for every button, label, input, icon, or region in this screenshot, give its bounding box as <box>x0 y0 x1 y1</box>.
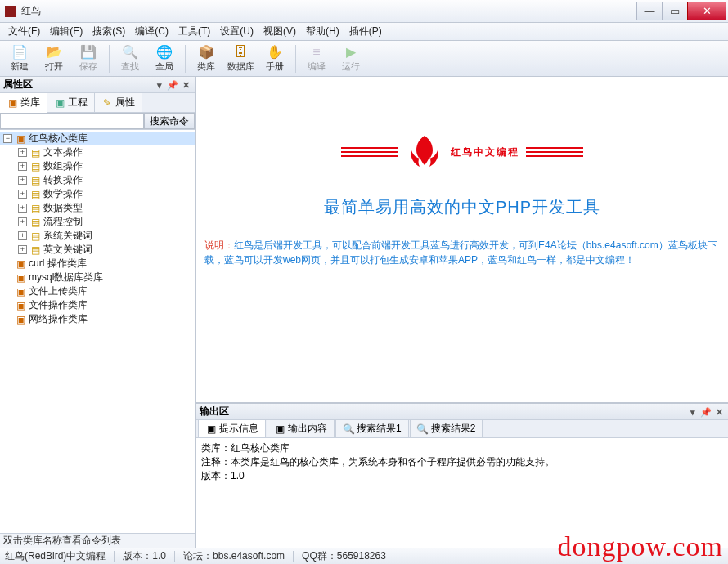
tree-child[interactable]: +▤数组操作 <box>0 159 195 173</box>
tree-sibling[interactable]: ▣文件操作类库 <box>0 298 195 312</box>
expand-icon[interactable]: + <box>18 245 27 254</box>
tree-child[interactable]: +▤数学操作 <box>0 187 195 201</box>
mag-icon: 🔍 <box>343 423 354 435</box>
menu-help[interactable]: 帮助(H) <box>301 23 344 40</box>
db-icon: 🗄 <box>233 45 248 60</box>
menu-tools[interactable]: 工具(T) <box>173 23 215 40</box>
window-titlebar: 红鸟 — ▭ ✕ <box>0 0 728 23</box>
item-icon: ▤ <box>29 189 41 200</box>
output-body[interactable]: 类库：红鸟核心类库 注释：本类库是红鸟的核心类库，为系统本身和各个子程序提供必需… <box>196 438 728 548</box>
search-command-button[interactable]: 搜索命令 <box>144 113 195 129</box>
tree-child[interactable]: +▤英文关键词 <box>0 243 195 257</box>
hero-subtitle: 最简单易用高效的中文PHP开发工具 <box>201 196 723 218</box>
global-search-button[interactable]: 🌐全局 <box>148 43 181 75</box>
maximize-button[interactable]: ▭ <box>662 2 688 20</box>
menu-view[interactable]: 视图(V) <box>258 23 301 40</box>
expand-icon[interactable]: + <box>18 148 27 157</box>
expand-icon[interactable]: + <box>18 190 27 199</box>
panel-pin-icon[interactable]: 📌 <box>700 406 712 418</box>
open-icon: 📂 <box>47 45 61 60</box>
toolbar-separator <box>109 45 110 73</box>
item-icon: ▤ <box>29 147 41 159</box>
save-icon: 💾 <box>81 45 96 60</box>
menu-bar: 文件(F) 编辑(E) 搜索(S) 编译(C) 工具(T) 设置(U) 视图(V… <box>0 23 728 41</box>
menu-search[interactable]: 搜索(S) <box>88 23 130 40</box>
expand-icon[interactable]: + <box>18 176 27 185</box>
lib-item-icon: ▣ <box>15 314 26 325</box>
folder-icon: ▣ <box>15 133 26 145</box>
status-qq: QQ群：565918263 <box>302 549 386 563</box>
compile-button: ≡编译 <box>300 43 333 75</box>
tab-hint[interactable]: ▣提示信息 <box>198 419 266 437</box>
open-button[interactable]: 📂打开 <box>38 43 70 75</box>
tree-child[interactable]: +▤文本操作 <box>0 145 195 159</box>
tree-sibling[interactable]: ▣mysql数据库类库 <box>0 271 195 284</box>
global-icon: 🌐 <box>157 45 172 60</box>
project-tab-icon: ▣ <box>54 97 65 109</box>
menu-plugins[interactable]: 插件(P) <box>344 23 387 40</box>
tab-project[interactable]: ▣工程 <box>47 93 95 112</box>
tab-lib[interactable]: ▣类库 <box>0 93 47 113</box>
lib-item-icon: ▣ <box>15 258 26 270</box>
menu-compile[interactable]: 编译(C) <box>130 23 173 40</box>
app-icon <box>5 6 16 17</box>
status-bar: 红鸟(RedBird)中文编程 版本：1.0 论坛：bbs.e4asoft.co… <box>0 548 728 564</box>
status-app: 红鸟(RedBird)中文编程 <box>5 549 106 563</box>
expand-icon[interactable]: + <box>18 204 27 213</box>
output-tabs: ▣提示信息 ▣输出内容 🔍搜索结果1 🔍搜索结果2 <box>196 420 728 438</box>
output-panel-title: 输出区 <box>200 405 229 419</box>
item-icon: ▤ <box>29 217 41 228</box>
collapse-icon[interactable]: − <box>3 134 12 143</box>
window-controls: — ▭ ✕ <box>637 2 726 20</box>
tab-props[interactable]: ✎属性 <box>95 93 142 112</box>
new-button[interactable]: 📄新建 <box>3 43 36 75</box>
minimize-button[interactable]: — <box>636 2 663 20</box>
tab-output-content[interactable]: ▣输出内容 <box>267 419 335 437</box>
close-button[interactable]: ✕ <box>687 2 726 20</box>
window-title: 红鸟 <box>21 4 637 18</box>
db-button[interactable]: 🗄数据库 <box>224 43 257 75</box>
tree-child[interactable]: +▤转换操作 <box>0 173 195 187</box>
tab-search-result2[interactable]: 🔍搜索结果2 <box>410 419 483 437</box>
expand-icon[interactable]: + <box>18 162 27 171</box>
expand-icon[interactable]: + <box>18 231 27 240</box>
tree-child[interactable]: +▤系统关键词 <box>0 229 195 243</box>
tab-search-result1[interactable]: 🔍搜索结果1 <box>335 419 409 437</box>
properties-panel-header: 属性区 ▾ 📌 ✕ <box>0 77 195 93</box>
expand-icon[interactable]: + <box>18 217 27 226</box>
hint-tab-icon: ▣ <box>205 423 217 435</box>
main-area: 属性区 ▾ 📌 ✕ ▣类库 ▣工程 ✎属性 搜索命令 − ▣ 红鸟核心类库 +▤… <box>0 77 728 548</box>
library-tree[interactable]: − ▣ 红鸟核心类库 +▤文本操作+▤数组操作+▤转换操作+▤数学操作+▤数据类… <box>0 130 195 533</box>
find-icon: 🔍 <box>123 45 137 60</box>
welcome-hero: 红鸟中文编程 最简单易用高效的中文PHP开发工具 说明：红鸟是后端开发工具，可以… <box>201 132 723 267</box>
tree-root[interactable]: − ▣ 红鸟核心类库 <box>0 132 195 145</box>
right-area: 红鸟中文编程 最简单易用高效的中文PHP开发工具 说明：红鸟是后端开发工具，可以… <box>196 77 728 548</box>
menu-settings[interactable]: 设置(U) <box>215 23 258 40</box>
hero-description: 说明：红鸟是后端开发工具，可以配合前端开发工具蓝鸟进行高效开发，可到E4A论坛（… <box>201 238 723 267</box>
tree-sibling[interactable]: ▣curl 操作类库 <box>0 257 195 271</box>
lib-item-icon: ▣ <box>15 286 26 298</box>
manual-button[interactable]: ✋手册 <box>258 43 291 75</box>
status-version: 版本：1.0 <box>123 549 166 563</box>
phoenix-icon <box>405 132 444 172</box>
panel-dropdown-icon[interactable]: ▾ <box>154 79 165 91</box>
panel-dropdown-icon[interactable]: ▾ <box>687 406 699 418</box>
tree-sibling[interactable]: ▣网络操作类库 <box>0 312 195 326</box>
menu-file[interactable]: 文件(F) <box>3 23 45 40</box>
toolbar-separator <box>185 45 186 73</box>
search-row: 搜索命令 <box>0 113 195 130</box>
tree-child[interactable]: +▤流程控制 <box>0 215 195 229</box>
output-panel: 输出区 ▾ 📌 ✕ ▣提示信息 ▣输出内容 🔍搜索结果1 🔍搜索结果2 类库：红… <box>196 404 728 548</box>
mag-icon: 🔍 <box>417 423 429 435</box>
item-icon: ▤ <box>29 161 41 172</box>
lib-button[interactable]: 📦类库 <box>190 43 222 75</box>
panel-pin-icon[interactable]: 📌 <box>167 79 178 91</box>
hero-line-left <box>341 151 398 153</box>
item-icon: ▤ <box>29 203 41 214</box>
panel-close-icon[interactable]: ✕ <box>180 79 191 91</box>
panel-close-icon[interactable]: ✕ <box>713 406 725 418</box>
menu-edit[interactable]: 编辑(E) <box>45 23 88 40</box>
tree-child[interactable]: +▤数据类型 <box>0 201 195 215</box>
tree-sibling[interactable]: ▣文件上传类库 <box>0 284 195 298</box>
search-input[interactable] <box>0 113 144 129</box>
